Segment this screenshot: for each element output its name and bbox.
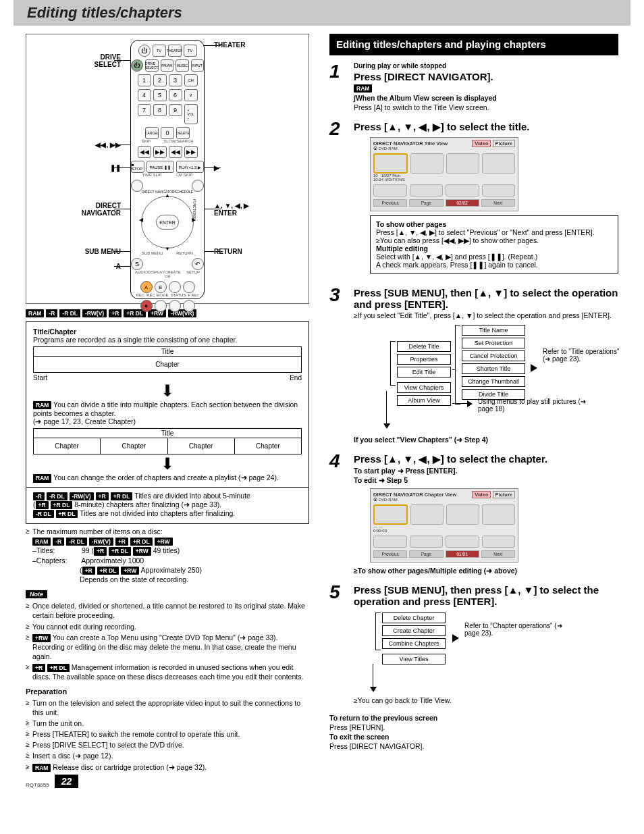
step-4: 4 Press [▲, ▼, ◀, ▶] to select the chapt… — [329, 452, 618, 576]
step-4-main: Press [▲, ▼, ◀, ▶] to select the chapter… — [354, 453, 618, 465]
max-intro: The maximum number of items on a disc: R… — [26, 527, 309, 584]
tc-ch-b: Chapter — [101, 438, 167, 454]
badge-rdl: -R DL — [59, 309, 80, 317]
btn-vol: +VOL− — [184, 104, 198, 124]
tc-intro: Programs are recorded as a single title … — [33, 336, 302, 344]
btn-skip-l: ◀◀ — [138, 146, 151, 158]
section-title: Editing titles/chapters and playing chap… — [329, 34, 618, 55]
btn-theater: THEATER — [168, 45, 182, 57]
btn-submenu: S — [131, 258, 143, 270]
btn-1: 1 — [138, 74, 151, 86]
tc-ch-c: Chapter — [168, 438, 235, 454]
step-5: 5 Press [SUB MENU], then press [▲, ▼] to… — [329, 583, 618, 706]
ret-body: Press [RETURN]. — [329, 723, 618, 731]
btn-input: INPUT — [191, 59, 204, 72]
btn-drive-select: DRIVESELECT — [145, 59, 159, 72]
exit-body: Press [DIRECT NAVIGATOR]. — [329, 742, 618, 750]
step-3-main: Press [SUB MENU], then [▲, ▼] to select … — [354, 287, 618, 310]
m-props: Properties — [397, 354, 451, 365]
menu-diagram-titles: Delete Title Properties Edit Title View … — [370, 325, 618, 433]
btn-4: 4 — [138, 89, 151, 101]
step-1-album: ∫When the Album View screen is displayed — [354, 94, 618, 102]
left-column: DRIVESELECT ◀◀, ▶▶ ❚❚ DIRECTNAVIGATOR SU… — [26, 34, 309, 773]
tc-chapter1: Chapter — [33, 357, 302, 373]
m-cancel-prot: Cancel Protection — [462, 350, 525, 361]
tc-finalize1b: (+R +R DL 8-minute) chapters after final… — [33, 500, 302, 509]
btn-slow-l: ◀◀ — [169, 146, 182, 158]
btn-skip-r: ▶▶ — [153, 146, 167, 158]
btn-pause: PAUSE ❚❚ — [146, 161, 174, 173]
prep-5: Insert a disc (➜ page 12). — [26, 751, 309, 760]
btn-ch-dn: ∨ — [184, 89, 198, 101]
step-1-album-sub: Press [A] to switch to the Title View sc… — [354, 103, 618, 111]
btn-status — [169, 300, 181, 312]
prep-title: Preparation — [26, 687, 309, 696]
note-1: Once deleted, divided or shortened, a ti… — [26, 601, 309, 620]
screen-chapterview: DIRECT NAVIGATOR Chapter View Video Pict… — [370, 488, 518, 563]
m-combine: Combine Chapters — [382, 638, 446, 649]
btn-music: MUSIC — [176, 59, 188, 72]
btn-6: 6 — [169, 89, 182, 101]
tc-title1: Title — [33, 346, 302, 357]
m-title-name: Title Name — [462, 325, 525, 336]
right-column: Editing titles/chapters and playing chap… — [329, 34, 618, 773]
ret-title: To return to the previous screen — [329, 714, 618, 722]
page-number: 22 — [55, 775, 79, 788]
step-2-num: 2 — [329, 120, 347, 279]
step-3-note: ≥If you select "Edit Title", press [▲, ▼… — [354, 311, 618, 319]
prep-ram: RAM Release disc or cartridge protection… — [26, 762, 309, 772]
title-chapter-box: Title/Chapter Programs are recorded as a… — [26, 321, 309, 524]
badge-ram: RAM — [26, 309, 44, 317]
remote-diagram: DRIVESELECT ◀◀, ▶▶ ❚❚ DIRECTNAVIGATOR SU… — [26, 34, 309, 304]
step-2-main: Press [▲, ▼, ◀, ▶] to select the title. — [354, 121, 618, 133]
btn-play: PLAY×1.3 ▶ — [176, 161, 204, 173]
down-arrow-icon: ⬇ — [33, 383, 302, 399]
btn-recmode — [155, 300, 167, 312]
label-drive-select: DRIVESELECT — [95, 53, 121, 68]
btn-slow-r: ▶▶ — [184, 146, 198, 158]
badge-r: -R — [46, 309, 57, 317]
step-3-selnote: If you select "View Chapters" (➜ Step 4) — [354, 436, 618, 444]
step-1-num: 1 — [329, 62, 347, 113]
btn-5: 5 — [153, 89, 167, 101]
screen-titleview: DIRECT NAVIGATOR Title View Video Pictur… — [370, 137, 518, 211]
btn-8: 8 — [153, 104, 167, 116]
m-view-titles: View Titles — [382, 654, 446, 664]
step-1-main: Press [DIRECT NAVIGATOR]. — [354, 71, 618, 82]
prep-4: Press [DRIVE SELECT] to select the DVD d… — [26, 740, 309, 750]
m-del-title: Delete Title — [397, 341, 451, 352]
btn-fm: FM/AM — [161, 59, 173, 72]
note-2: You cannot edit during recording. — [26, 622, 309, 631]
btn-a: A — [140, 281, 153, 293]
nav-pad: ◀ ▶ ▲ ▼ DIRECT NAVIGATOR SCHEDULE FUNCTI… — [141, 196, 194, 249]
step-5-back: ≥You can go back to Title View. — [354, 696, 618, 704]
m-album: Album View — [397, 395, 451, 406]
tc-title2: Title — [33, 428, 302, 438]
remote-body: ⏻ TV THEATER TV ⏻ DRIVESELECT FM/AM MUSI… — [130, 40, 205, 299]
btn-0: 0 — [161, 127, 174, 139]
btn-ch: CH — [184, 74, 198, 86]
prep-2: Turn the unit on. — [26, 719, 309, 728]
tc-reorder: RAM You can change the order of chapters… — [33, 473, 302, 482]
btn-b: B — [155, 281, 167, 293]
m-shorten: Shorten Title — [462, 363, 525, 374]
step-4-num: 4 — [329, 452, 347, 576]
m-create-ch: Create Chapter — [382, 625, 446, 636]
prep-1: Turn on the television and select the ap… — [26, 698, 309, 717]
step-5-num: 5 — [329, 583, 347, 706]
tc-end: End — [290, 374, 302, 382]
btn-9: 9 — [169, 104, 182, 116]
label-direct-nav: DIRECTNAVIGATOR — [82, 202, 121, 217]
ref-title-ops: Refer to "Title operations" (➜ page 23). — [543, 348, 624, 363]
badge-rwv: -RW(V) — [82, 309, 107, 317]
step-1: 1 During play or while stopped Press [DI… — [329, 62, 618, 113]
m-view-ch: View Chapters — [397, 382, 451, 393]
tc-divide: RAM You can divide a title into multiple… — [33, 400, 302, 417]
step-4-sub2: To edit ➜ Step 5 — [354, 476, 618, 484]
step-5-main: Press [SUB MENU], then press [▲, ▼] to s… — [354, 584, 618, 607]
m-set-prot: Set Protection — [462, 338, 525, 348]
btn-d — [183, 281, 195, 293]
btn-2: 2 — [153, 74, 167, 86]
m-thumb: Change Thumbnail — [462, 376, 525, 387]
step-2: 2 Press [▲, ▼, ◀, ▶] to select the title… — [329, 120, 618, 279]
